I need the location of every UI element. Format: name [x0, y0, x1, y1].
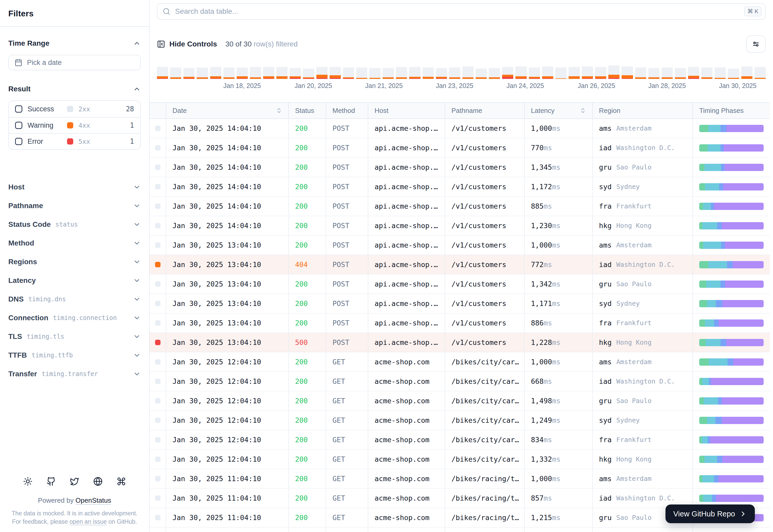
view-github-repo-button[interactable]: View GitHub Repo — [666, 504, 755, 523]
table-row[interactable]: Jan 30, 2025 12:04:10200GETacme-shop.com… — [149, 411, 770, 430]
sidebar-section-pathname[interactable]: Pathname — [8, 196, 141, 215]
chevrons-up-down-icon[interactable] — [580, 107, 586, 114]
table-row[interactable]: Jan 30, 2025 12:04:10200GETacme-shop.com… — [149, 352, 770, 372]
histogram-segment — [582, 66, 593, 76]
latency-value: 1,171 — [531, 299, 552, 308]
requests-histogram[interactable] — [157, 66, 766, 79]
twitter-icon[interactable] — [70, 477, 79, 486]
search-input[interactable] — [175, 7, 760, 16]
timing-segment-connection — [709, 358, 728, 366]
table-row[interactable]: Jan 30, 2025 11:04:10200GETacme-shop.com… — [149, 528, 770, 532]
sun-icon[interactable] — [23, 477, 32, 486]
table-row[interactable]: Jan 30, 2025 14:04:10200POSTapi.acme-sho… — [149, 138, 770, 158]
table-row[interactable]: Jan 30, 2025 13:04:10200POSTapi.acme-sho… — [149, 236, 770, 255]
table-row[interactable]: Jan 30, 2025 12:04:10200GETacme-shop.com… — [149, 430, 770, 450]
table-row[interactable]: Jan 30, 2025 13:04:10500POSTapi.acme-sho… — [149, 333, 770, 352]
checkbox[interactable] — [15, 138, 22, 145]
globe-icon[interactable] — [93, 477, 103, 486]
row-select-cell[interactable] — [149, 197, 166, 216]
result-option-success[interactable]: Success2xx28 — [9, 101, 140, 117]
sidebar-section-tls[interactable]: TLStiming.tls — [8, 327, 141, 346]
column-header-date[interactable]: Date — [166, 103, 289, 118]
table-row[interactable]: Jan 30, 2025 14:04:10200POSTapi.acme-sho… — [149, 216, 770, 236]
row-select-cell[interactable] — [149, 138, 166, 157]
table-row[interactable]: Jan 30, 2025 14:04:10200POSTapi.acme-sho… — [149, 119, 770, 138]
cell-timing-phases — [693, 352, 770, 371]
sidebar-section-status-code[interactable]: Status Codestatus — [8, 215, 141, 234]
table-row[interactable]: Jan 30, 2025 12:04:10200GETacme-shop.com… — [149, 450, 770, 469]
row-select-cell[interactable] — [149, 313, 166, 332]
row-select-cell[interactable] — [149, 352, 166, 371]
data-table: DateStatusMethodHostPathnameLatencyRegio… — [149, 102, 770, 532]
cell-host: api.acme-shop.… — [368, 275, 445, 294]
row-status-indicator — [155, 262, 160, 267]
controls-bar: Hide Controls 30 of 30 row(s) filtered — [157, 35, 766, 53]
sidebar-section-connection[interactable]: Connectiontiming.connection — [8, 309, 141, 327]
row-select-cell[interactable] — [149, 333, 166, 352]
chevrons-up-down-icon[interactable] — [276, 107, 282, 114]
row-select-cell[interactable] — [149, 216, 166, 235]
row-select-cell[interactable] — [149, 489, 166, 508]
row-select-cell[interactable] — [149, 158, 166, 177]
checkbox[interactable] — [15, 122, 22, 129]
sidebar-section-dns[interactable]: DNStiming.dns — [8, 290, 141, 309]
sidebar-section-latency[interactable]: Latency — [8, 271, 141, 290]
column-header-latency[interactable]: Latency — [525, 103, 593, 118]
timing-segment-tls — [717, 222, 722, 229]
latency-unit: ms — [544, 494, 552, 502]
open-issue-link[interactable]: open an issue — [70, 518, 107, 525]
chevron-down-icon — [133, 277, 141, 284]
row-select-cell[interactable] — [149, 411, 166, 430]
row-select-cell[interactable] — [149, 372, 166, 391]
table-row[interactable]: Jan 30, 2025 14:04:10200POSTapi.acme-sho… — [149, 177, 770, 197]
latency-value: 1,498 — [531, 397, 552, 405]
row-select-cell[interactable] — [149, 469, 166, 488]
timing-segment-ttfb — [733, 261, 764, 268]
cell-status: 200 — [289, 275, 326, 294]
row-select-cell[interactable] — [149, 275, 166, 294]
row-select-cell[interactable] — [149, 430, 166, 449]
result-option-warning[interactable]: Warning4xx1 — [9, 117, 140, 133]
row-select-cell[interactable] — [149, 119, 166, 138]
latency-value: 1,228 — [531, 338, 552, 346]
histogram-bar — [476, 69, 487, 79]
result-section-header[interactable]: Result — [8, 85, 141, 93]
table-row[interactable]: Jan 30, 2025 14:04:10200POSTapi.acme-sho… — [149, 197, 770, 216]
table-row[interactable]: Jan 30, 2025 13:04:10200POSTapi.acme-sho… — [149, 294, 770, 313]
sidebar-section-transfer[interactable]: Transfertiming.transfer — [8, 365, 141, 383]
sidebar-section-ttfb[interactable]: TTFBtiming.ttfb — [8, 346, 141, 365]
view-settings-button[interactable] — [746, 35, 766, 53]
row-select-cell[interactable] — [149, 528, 166, 532]
cell-status: 200 — [289, 508, 326, 527]
row-select-cell[interactable] — [149, 236, 166, 255]
sidebar-section-regions[interactable]: Regions — [8, 253, 141, 271]
table-row[interactable]: Jan 30, 2025 13:04:10404POSTapi.acme-sho… — [149, 255, 770, 275]
row-select-cell[interactable] — [149, 294, 166, 313]
sidebar-section-method[interactable]: Method — [8, 234, 141, 253]
table-row[interactable]: Jan 30, 2025 14:04:10200POSTapi.acme-sho… — [149, 158, 770, 177]
date-picker-input[interactable]: Pick a date — [8, 55, 141, 70]
cell-status: 200 — [289, 313, 326, 332]
github-icon[interactable] — [46, 477, 56, 486]
table-row[interactable]: Jan 30, 2025 13:04:10200POSTapi.acme-sho… — [149, 275, 770, 294]
openstatus-link[interactable]: OpenStatus — [76, 496, 111, 504]
table-row[interactable]: Jan 30, 2025 11:04:10200GETacme-shop.com… — [149, 469, 770, 489]
latency-unit: ms — [552, 358, 560, 366]
table-row[interactable]: Jan 30, 2025 12:04:10200GETacme-shop.com… — [149, 391, 770, 411]
time-range-section-header[interactable]: Time Range — [8, 39, 141, 47]
timing-segment-connection — [707, 300, 716, 307]
section-label: Connection — [8, 314, 48, 322]
row-select-cell[interactable] — [149, 177, 166, 196]
row-select-cell[interactable] — [149, 255, 166, 274]
hide-controls-button[interactable]: Hide Controls — [157, 40, 217, 48]
sidebar-section-host[interactable]: Host — [8, 178, 141, 196]
table-row[interactable]: Jan 30, 2025 13:04:10200POSTapi.acme-sho… — [149, 313, 770, 333]
row-select-cell[interactable] — [149, 450, 166, 469]
checkbox[interactable] — [15, 105, 22, 113]
result-option-error[interactable]: Error5xx1 — [9, 133, 140, 149]
row-select-cell[interactable] — [149, 508, 166, 527]
timing-segment-tls — [717, 456, 722, 463]
command-icon[interactable] — [117, 477, 126, 486]
row-select-cell[interactable] — [149, 391, 166, 410]
table-row[interactable]: Jan 30, 2025 12:04:10200GETacme-shop.com… — [149, 372, 770, 391]
